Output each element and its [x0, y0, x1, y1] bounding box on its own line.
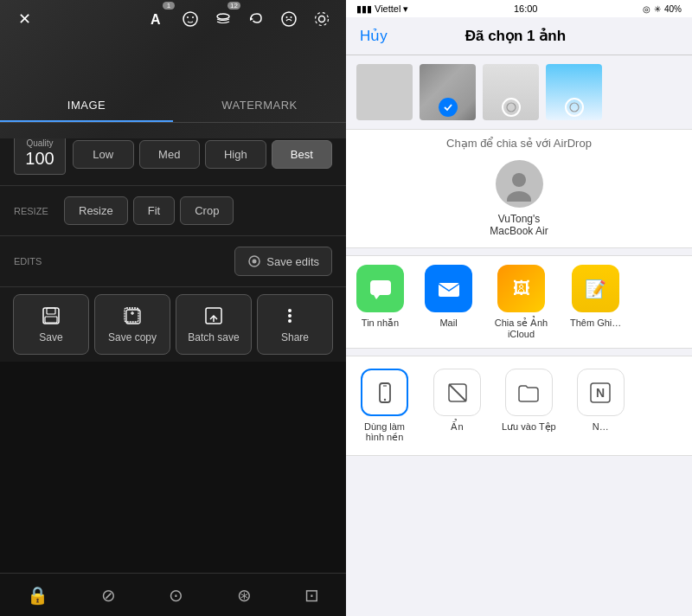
svg-rect-14 — [47, 308, 55, 314]
wallpaper-icon-box — [361, 369, 408, 416]
svg-point-9 — [319, 16, 325, 22]
undo-button[interactable] — [242, 5, 270, 33]
app-notes[interactable]: 📝 Thêm Ghi… — [560, 265, 631, 339]
quality-btn-med[interactable]: Med — [139, 140, 201, 169]
resize-btn-fit[interactable]: Fit — [133, 196, 175, 225]
svg-point-28 — [507, 191, 531, 202]
messages-icon — [356, 265, 404, 312]
camera-icon[interactable]: ⊙ — [169, 585, 183, 606]
svg-text:N: N — [596, 386, 605, 400]
quality-btn-high[interactable]: High — [205, 140, 266, 169]
save-icon — [41, 305, 61, 326]
app-mail[interactable]: Mail — [414, 265, 483, 339]
left-panel: ✕ A 1 — [0, 0, 346, 616]
time-display: 16:00 — [514, 3, 538, 14]
app-messages[interactable]: Tin nhắn — [346, 265, 414, 339]
location-icon: ◎ — [643, 4, 650, 14]
batch-save-label: Batch save — [188, 331, 239, 343]
save-copy-label: Save copy — [108, 331, 157, 343]
settings-button[interactable] — [308, 5, 336, 33]
image-thumb-empty[interactable] — [356, 64, 413, 120]
batch-save-button[interactable]: Batch save — [176, 294, 252, 355]
action-save-to-files[interactable]: Lưu vào Tệp — [491, 363, 567, 448]
icloud-photos-icon: 🖼 — [497, 265, 545, 312]
notes-icon: 📝 — [572, 265, 619, 312]
svg-line-36 — [449, 384, 466, 401]
quality-buttons: Low Med High Best — [73, 140, 332, 169]
folder-icon — [516, 381, 541, 405]
battery-area: ◎ ✳ 40% — [643, 4, 682, 14]
wallpaper-label: Dùng làm hình nền — [356, 421, 413, 443]
more-icon-box: N — [577, 369, 625, 416]
quality-number: 100 — [22, 148, 58, 169]
image-thumb-phone[interactable] — [483, 64, 539, 120]
save-button[interactable]: Save — [13, 294, 89, 355]
layers-button[interactable]: 12 — [209, 5, 237, 33]
save-label: Save — [39, 331, 62, 343]
app-icloud-photos[interactable]: 🖼 Chia sẻ Ảnh iCloud — [483, 265, 560, 339]
device-avatar — [496, 160, 543, 208]
save-edits-button[interactable]: Save edits — [234, 247, 332, 276]
tab-image[interactable]: IMAGE — [0, 90, 173, 122]
resize-btn-crop[interactable]: Crop — [180, 196, 234, 225]
edits-section: EDITS Save edits — [0, 236, 346, 287]
tab-watermark[interactable]: WATERMARK — [173, 90, 346, 122]
header-title: Đã chọn 1 ảnh — [465, 27, 566, 45]
image-thumb-weather[interactable] — [546, 64, 602, 120]
airdrop-device[interactable]: VuTong's MacBook Air — [346, 153, 692, 247]
close-button[interactable]: ✕ — [10, 5, 38, 33]
bottom-toolbar: 🔒 ⊘ ⊙ ⊛ ⊡ — [0, 573, 346, 616]
messages-label: Tin nhắn — [362, 318, 399, 329]
edits-row: EDITS Save edits — [14, 247, 332, 276]
save-copy-button[interactable]: Save copy — [94, 294, 170, 355]
share-icon — [285, 305, 305, 326]
svg-point-22 — [288, 309, 292, 312]
carrier-name: Viettel — [375, 3, 400, 14]
apps-grid: Tin nhắn Mail 🖼 Chia sẻ Ảnh iCloud 📝 Thê… — [346, 255, 692, 349]
quality-btn-best[interactable]: Best — [272, 140, 333, 169]
svg-point-3 — [192, 16, 194, 18]
action-hide[interactable]: Ẩn — [423, 363, 491, 448]
action-more[interactable]: N N… — [567, 363, 635, 448]
svg-point-12 — [253, 260, 257, 264]
svg-point-25 — [507, 103, 516, 112]
resize-buttons: Resize Fit Crop — [64, 196, 234, 225]
share-button[interactable]: Share — [257, 294, 333, 355]
text-badge: 1 — [163, 2, 175, 10]
files-label: Lưu vào Tệp — [502, 421, 556, 433]
resize-btn-resize[interactable]: Resize — [64, 196, 128, 225]
sticker-button[interactable] — [275, 5, 303, 33]
hide-icon — [445, 381, 470, 405]
svg-rect-31 — [439, 283, 459, 297]
airdrop-section: Chạm để chia sẻ với AirDrop VuTong's Mac… — [346, 129, 692, 248]
effects-icon[interactable]: ⊛ — [237, 585, 252, 606]
carrier-info: ▮▮▮ Viettel ▾ — [356, 3, 408, 15]
save-copy-icon — [122, 305, 143, 326]
airdrop-label: Chạm để chia sẻ với AirDrop — [346, 130, 692, 153]
lock-icon[interactable]: 🔒 — [27, 585, 48, 606]
face-tool-button[interactable] — [176, 5, 204, 33]
action-buttons: Save Save copy Batch save — [0, 287, 346, 362]
svg-point-10 — [316, 13, 329, 26]
tabs-bar: IMAGE WATERMARK — [0, 90, 346, 123]
actions-grid: Dùng làm hình nền Ẩn Lưu vào Tệp — [346, 356, 692, 456]
device-name: VuTong's MacBook Air — [484, 213, 554, 237]
crop-icon[interactable]: ⊡ — [304, 585, 319, 606]
svg-point-23 — [288, 314, 292, 318]
battery-level: 40% — [664, 4, 682, 14]
action-wallpaper[interactable]: Dùng làm hình nền — [346, 363, 423, 448]
bottom-preview: 🔒 ⊘ ⊙ ⊛ ⊡ — [0, 362, 346, 616]
toolbar-right-icons: A 1 12 — [144, 5, 336, 33]
text-tool-button[interactable]: A 1 — [144, 5, 171, 33]
share-label: Share — [281, 331, 309, 343]
svg-point-27 — [512, 173, 526, 187]
quality-value-box: Quality 100 — [14, 133, 66, 175]
check-unselected2 — [565, 98, 584, 117]
cancel-button[interactable]: Hủy — [360, 27, 388, 45]
quality-btn-low[interactable]: Low — [73, 140, 134, 169]
brush-icon[interactable]: ⊘ — [101, 585, 116, 606]
batch-save-icon — [203, 305, 224, 326]
check-selected — [439, 98, 458, 117]
image-thumb-stone[interactable] — [420, 64, 476, 120]
mail-label: Mail — [439, 318, 457, 328]
